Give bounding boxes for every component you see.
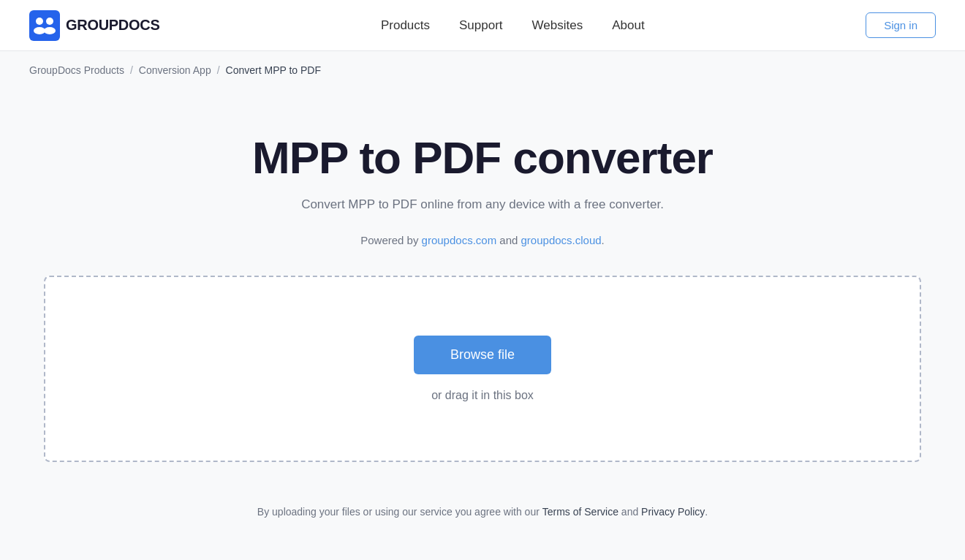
powered-by-and: and bbox=[496, 234, 521, 246]
sign-in-button[interactable]: Sign in bbox=[866, 12, 936, 38]
footer-note-suffix: . bbox=[705, 506, 708, 518]
svg-point-2 bbox=[46, 18, 53, 25]
page-subtitle: Convert MPP to PDF online from any devic… bbox=[301, 197, 664, 212]
powered-by-prefix: Powered by bbox=[360, 234, 421, 246]
terms-of-service-link[interactable]: Terms of Service bbox=[542, 506, 618, 518]
nav-about[interactable]: About bbox=[612, 12, 644, 39]
nav-products[interactable]: Products bbox=[381, 12, 430, 39]
navbar-nav: Products Support Websites About bbox=[381, 12, 645, 39]
breadcrumb: GroupDocs Products / Conversion App / Co… bbox=[0, 51, 965, 89]
navbar: GROUPDOCS Products Support Websites Abou… bbox=[0, 0, 965, 51]
page-title: MPP to PDF converter bbox=[252, 133, 713, 183]
logo-text: GROUPDOCS bbox=[66, 17, 159, 34]
breadcrumb-conversion-app[interactable]: Conversion App bbox=[139, 64, 211, 76]
svg-point-4 bbox=[44, 27, 56, 34]
svg-point-3 bbox=[34, 27, 45, 34]
groupdocs-com-link[interactable]: groupdocs.com bbox=[422, 234, 497, 246]
main-content: MPP to PDF converter Convert MPP to PDF … bbox=[0, 89, 965, 560]
breadcrumb-groupdocs-products[interactable]: GroupDocs Products bbox=[29, 64, 124, 76]
footer-note: By uploading your files or using our ser… bbox=[228, 491, 737, 532]
footer-note-and: and bbox=[618, 506, 641, 518]
privacy-policy-link[interactable]: Privacy Policy bbox=[641, 506, 705, 518]
breadcrumb-current: Convert MPP to PDF bbox=[226, 64, 321, 76]
nav-websites[interactable]: Websites bbox=[532, 12, 583, 39]
drag-drop-text: or drag it in this box bbox=[431, 389, 534, 402]
groupdocs-logo-icon bbox=[29, 10, 60, 41]
groupdocs-cloud-link[interactable]: groupdocs.cloud bbox=[521, 234, 602, 246]
footer-note-prefix: By uploading your files or using our ser… bbox=[257, 506, 542, 518]
browse-file-button[interactable]: Browse file bbox=[414, 336, 551, 374]
navbar-actions: Sign in bbox=[866, 12, 936, 38]
breadcrumb-separator-1: / bbox=[130, 64, 133, 76]
powered-by-text: Powered by groupdocs.com and groupdocs.c… bbox=[360, 234, 605, 246]
upload-drop-zone[interactable]: Browse file or drag it in this box bbox=[44, 276, 921, 462]
svg-point-1 bbox=[36, 18, 43, 25]
navbar-logo-area: GROUPDOCS bbox=[29, 10, 159, 41]
nav-support[interactable]: Support bbox=[459, 12, 503, 39]
powered-by-suffix: . bbox=[602, 234, 605, 246]
breadcrumb-separator-2: / bbox=[217, 64, 220, 76]
svg-rect-0 bbox=[29, 10, 60, 41]
